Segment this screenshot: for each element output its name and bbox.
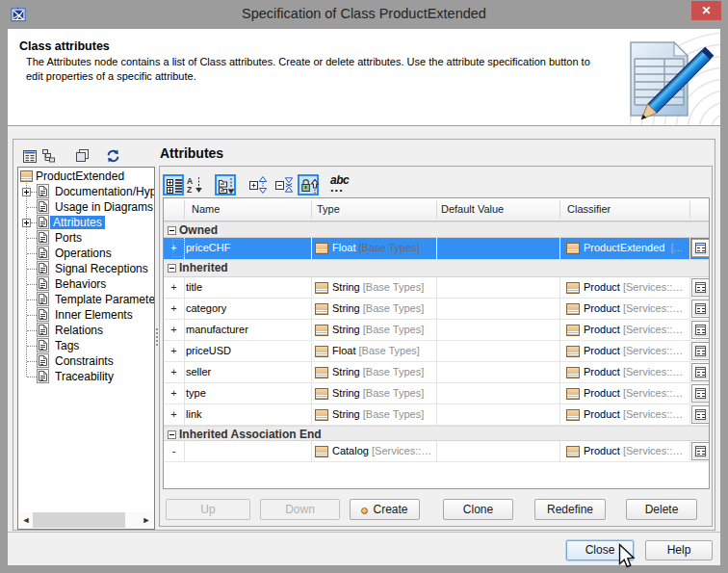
svg-text:Z: Z <box>187 185 192 194</box>
